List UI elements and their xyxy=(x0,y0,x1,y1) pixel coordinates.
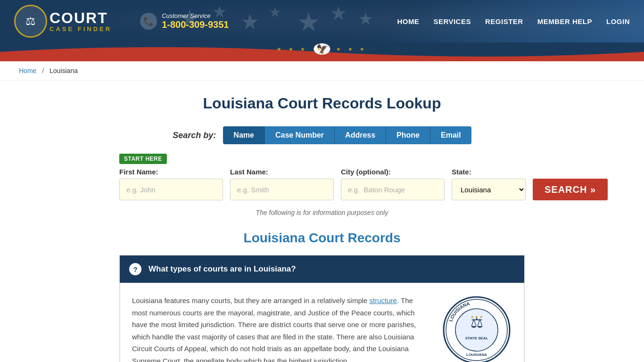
logo-circle: ⚖ xyxy=(14,5,47,38)
search-button[interactable]: SEARCH » xyxy=(533,179,608,200)
search-form-area: START HERE First Name: Last Name: City (… xyxy=(119,154,525,200)
accordion-item: ? What types of courts are in Louisiana?… xyxy=(119,255,525,362)
nav-register[interactable]: REGISTER xyxy=(485,17,523,25)
nav-services[interactable]: SERVICES xyxy=(433,17,471,25)
main-nav: HOME SERVICES REGISTER MEMBER HELP LOGIN xyxy=(397,17,630,25)
logo-text: COURT CASE FINDER xyxy=(50,10,112,33)
breadcrumb-separator: / xyxy=(42,67,44,74)
phone-icon: 📞 xyxy=(140,13,157,30)
first-name-label: First Name: xyxy=(119,168,223,176)
breadcrumb-current: Louisiana xyxy=(50,67,78,74)
first-name-input[interactable] xyxy=(119,179,223,200)
eagle-content: ★ ★ ★ 🦅 ★ ★ ★ xyxy=(277,43,367,55)
phone-text: Customer Service 1-800-309-9351 xyxy=(162,12,229,30)
state-label: State: xyxy=(452,168,526,176)
disclaimer: The following is for information purpose… xyxy=(119,209,525,216)
accordion-body: Louisiana features many courts, but they… xyxy=(120,283,524,362)
louisiana-seal: LOUISIANA ⚖ STATE SEAL ★ ★ ★ LOUISIANA xyxy=(441,295,512,362)
last-name-group: Last Name: xyxy=(230,168,334,200)
breadcrumb: Home / Louisiana xyxy=(0,61,644,81)
logo-area[interactable]: ⚖ COURT CASE FINDER xyxy=(14,5,112,38)
nav-member-help[interactable]: MEMBER HELP xyxy=(537,17,592,25)
tab-name[interactable]: Name xyxy=(223,126,265,144)
tab-case-number[interactable]: Case Number xyxy=(265,126,335,144)
tab-phone[interactable]: Phone xyxy=(386,126,430,144)
first-name-group: First Name: xyxy=(119,168,223,200)
search-by-label: Search by: xyxy=(173,131,216,140)
logo-icon: ⚖ xyxy=(25,15,36,28)
accordion-header[interactable]: ? What types of courts are in Louisiana? xyxy=(120,255,524,283)
page-title: Louisiana Court Records Lookup xyxy=(119,95,525,112)
svg-text:LOUISIANA: LOUISIANA xyxy=(466,353,487,357)
logo-case-finder-text: CASE FINDER xyxy=(50,25,112,33)
nav-home[interactable]: HOME xyxy=(397,17,419,25)
state-group: State: Louisiana Alabama Alaska Arizona … xyxy=(452,168,526,200)
state-select[interactable]: Louisiana Alabama Alaska Arizona Arkansa… xyxy=(452,179,526,200)
phone-area: 📞 Customer Service 1-800-309-9351 xyxy=(140,12,229,30)
accordion-question-icon: ? xyxy=(129,263,141,275)
city-input[interactable] xyxy=(341,179,445,200)
breadcrumb-home-link[interactable]: Home xyxy=(19,67,36,74)
eagle-banner: ★ ★ ★ 🦅 ★ ★ ★ xyxy=(0,42,644,61)
eagle-stars-right: ★ ★ ★ xyxy=(336,46,367,52)
svg-text:STATE SEAL: STATE SEAL xyxy=(465,336,488,340)
accordion-title: What types of courts are in Louisiana? xyxy=(149,264,296,274)
city-group: City (optional): xyxy=(341,168,445,200)
site-header: ★ ★ ★ ★ ★ ★ ★ ⚖ COURT CASE FINDER 📞 Cust… xyxy=(0,0,644,42)
svg-text:★ ★ ★: ★ ★ ★ xyxy=(471,315,482,319)
tab-address[interactable]: Address xyxy=(335,126,386,144)
last-name-label: Last Name: xyxy=(230,168,334,176)
nav-login[interactable]: LOGIN xyxy=(606,17,630,25)
last-name-input[interactable] xyxy=(230,179,334,200)
city-label: City (optional): xyxy=(341,168,445,176)
search-by-row: Search by: Name Case Number Address Phon… xyxy=(119,126,525,144)
section-title: Louisiana Court Records xyxy=(119,230,525,246)
form-row: First Name: Last Name: City (optional): … xyxy=(119,168,525,200)
main-content: Louisiana Court Records Lookup Search by… xyxy=(110,81,534,362)
accordion-text: Louisiana features many courts, but they… xyxy=(132,295,427,362)
logo-court-text: COURT xyxy=(50,10,112,25)
phone-label: Customer Service xyxy=(162,12,229,19)
phone-number: 1-800-309-9351 xyxy=(162,19,229,30)
start-here-badge: START HERE xyxy=(119,154,167,164)
structure-link[interactable]: structure xyxy=(370,296,397,304)
eagle-stars-left: ★ ★ ★ xyxy=(277,46,308,52)
tab-email[interactable]: Email xyxy=(430,126,471,144)
eagle-icon: 🦅 xyxy=(314,43,330,55)
